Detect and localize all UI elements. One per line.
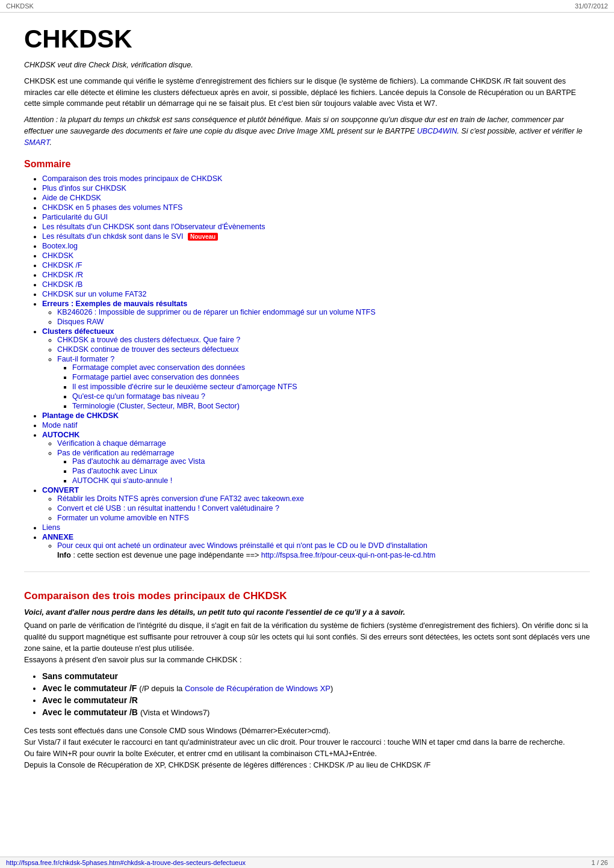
bullet-f: Avec le commutateur /F (/P depuis la Con…	[42, 683, 590, 693]
console-link[interactable]: Console de Récupération de Windows XP	[185, 684, 330, 693]
toc-sub2-formater: Formatage complet avec conservation des …	[57, 363, 590, 410]
toc-sub-erreurs-1: KB246026 : Impossible de supprimer ou de…	[57, 308, 590, 316]
footer-page: 1 / 26	[591, 859, 608, 866]
intro-line1: CHKDSK veut dire Check Disk, vérificatio…	[24, 60, 590, 71]
toc-item-annexe: ANNEXE Pour ceux qui ont acheté un ordin…	[42, 533, 590, 559]
toc-item-5: Particularité du GUI	[42, 213, 590, 221]
toc-sub-autochk: Vérification à chaque démarrage Pas de v…	[42, 439, 590, 485]
toc-item-convert: CONVERT Rétablir les Droits NTFS après c…	[42, 486, 590, 522]
toc-sub-erreurs: KB246026 : Impossible de supprimer ou de…	[42, 308, 590, 326]
separator	[24, 571, 590, 572]
toc-sub-autochk-2: Pas de vérification au redémarrage Pas d…	[57, 449, 590, 485]
footer-para3: Ou faire WIN+R pour ouvrir la boîte Exéc…	[24, 748, 590, 760]
page-title: CHKDSK	[24, 25, 590, 54]
new-badge: Nouveau	[188, 233, 218, 241]
toc-item-7: Les résultats d'un chkdsk sont dans le S…	[42, 232, 590, 241]
toc-item-11: CHKDSK /R	[42, 271, 590, 279]
toc-item-10: CHKDSK /F	[42, 261, 590, 269]
toc-item-2: Plus d'infos sur CHKDSK	[42, 184, 590, 192]
comparison-title: Comparaison des trois modes principaux d…	[24, 590, 590, 602]
toc-item-plantage: Plantage de CHKDSK	[42, 411, 590, 420]
bullet-sans: Sans commutateur	[42, 671, 590, 681]
intro-line2: CHKDSK est une commande qui vérifie le s…	[24, 76, 590, 109]
comparison-section: Comparaison des trois modes principaux d…	[24, 590, 590, 771]
toc-item-mode-natif: Mode natif	[42, 421, 590, 429]
info-label: Info	[57, 551, 71, 559]
voici-text: Voici, avant d'aller nous perdre dans le…	[24, 608, 590, 617]
toc-sub-convert-2: Convert et clé USB : un résultat inatten…	[57, 504, 590, 512]
bottom-notes: Ces tests sont effectués dans une Consol…	[24, 725, 590, 771]
content-area: CHKDSK CHKDSK veut dire Check Disk, véri…	[0, 13, 614, 795]
footer-para4: Depuis la Console de Récupération de XP,…	[24, 760, 590, 771]
toc-sub2-2: Formatage partiel avec conservation des …	[72, 373, 590, 381]
toc-item-clusters: Clusters défectueux CHKDSK a trouvé des …	[42, 327, 590, 410]
info-text: : cette section est devenue une page ind…	[71, 551, 261, 559]
toc-sub-convert-1: Rétablir les Droits NTFS après conversio…	[57, 494, 590, 503]
smart-link[interactable]: SMART	[24, 138, 49, 147]
toc-sub-erreurs-2: Disques RAW	[57, 318, 590, 326]
comparison-bullets: Sans commutateur Avec le commutateur /F …	[24, 671, 590, 717]
toc-sub-autochk-1: Vérification à chaque démarrage	[57, 439, 590, 448]
toc-sub2-4: Qu'est-ce qu'un formatage bas niveau ?	[72, 392, 590, 401]
toc-sub2-noverif: Pas d'autochk au démarrage avec Vista Pa…	[57, 457, 590, 485]
essayons-text: Essayons à présent d'en savoir plus sur …	[24, 656, 242, 664]
toc-sub-annexe: Pour ceux qui ont acheté un ordinateur a…	[42, 541, 590, 559]
toc-item-13: CHKDSK sur un volume FAT32	[42, 290, 590, 298]
toc-sub-convert: Rétablir les Droits NTFS après conversio…	[42, 494, 590, 522]
toc-item-4: CHKDSK en 5 phases des volumes NTFS	[42, 203, 590, 212]
toc-item-6: Les résultats d'un CHKDSK sont dans l'Ob…	[42, 223, 590, 231]
footer-url[interactable]: http://fspsa.free.fr/chkdsk-5phases.htm#…	[6, 859, 246, 866]
toc-list: Comparaison des trois modes principaux d…	[24, 174, 590, 559]
toc-item-autochk: AUTOCHK Vérification à chaque démarrage …	[42, 431, 590, 485]
toc-sub-annexe-1: Pour ceux qui ont acheté un ordinateur a…	[57, 541, 590, 559]
annexe-info-line: Info : cette section est devenue une pag…	[57, 551, 590, 559]
toc-item-3: Aide de CHKDSK	[42, 194, 590, 202]
footer-bar: http://fspsa.free.fr/chkdsk-5phases.htm#…	[0, 857, 614, 868]
sommaire-title: Sommaire	[24, 159, 590, 170]
bullet-r: Avec le commutateur /R	[42, 695, 590, 705]
toc-sub-clusters-3: Faut-il formater ? Formatage complet ave…	[57, 355, 590, 410]
toc-item-8: Bootex.log	[42, 242, 590, 250]
ubcd4win-link[interactable]: UBCD4WIN	[417, 127, 457, 135]
toc-sub2-noverif-3: AUTOCHK qui s'auto-annule !	[72, 476, 590, 485]
annexe-link[interactable]: http://fspsa.free.fr/pour-ceux-qui-n-ont…	[261, 551, 436, 559]
top-bar-right: 31/07/2012	[575, 2, 608, 10]
toc-item-12: CHKDSK /B	[42, 280, 590, 289]
toc-sub-convert-3: Formater un volume amovible en NTFS	[57, 514, 590, 522]
comparison-para1: Quand on parle de vérification de l'inté…	[24, 620, 590, 665]
toc-sub2-5: Terminologie (Cluster, Secteur, MBR, Boo…	[72, 402, 590, 410]
top-bar: CHKDSK 31/07/2012	[0, 0, 614, 13]
top-bar-left: CHKDSK	[6, 2, 34, 10]
footer-para2: Sur Vista/7 il faut exécuter le raccourc…	[24, 737, 590, 748]
toc-item-1: Comparaison des trois modes principaux d…	[42, 174, 590, 183]
toc-sub-clusters-2: CHKDSK continue de trouver des secteurs …	[57, 345, 590, 354]
footer-para1: Ces tests sont effectués dans une Consol…	[24, 725, 590, 737]
toc-sub2-noverif-2: Pas d'autochk avec Linux	[72, 467, 590, 475]
toc-item-liens: Liens	[42, 523, 590, 532]
toc-sub2-noverif-1: Pas d'autochk au démarrage avec Vista	[72, 457, 590, 466]
toc-sub2-1: Formatage complet avec conservation des …	[72, 363, 590, 372]
toc-sub2-3: Il est impossible d'écrire sur le deuxiè…	[72, 383, 590, 391]
intro-line3: Attention : la plupart du temps un chkds…	[24, 114, 590, 148]
toc-item-9: CHKDSK	[42, 251, 590, 260]
toc-item-erreurs: Erreurs : Exemples de mauvais résultats …	[42, 300, 590, 326]
bullet-b: Avec le commutateur /B (Vista et Windows…	[42, 707, 590, 717]
toc-sub-clusters-1: CHKDSK a trouvé des clusters défectueux.…	[57, 336, 590, 344]
toc-sub-clusters: CHKDSK a trouvé des clusters défectueux.…	[42, 336, 590, 410]
